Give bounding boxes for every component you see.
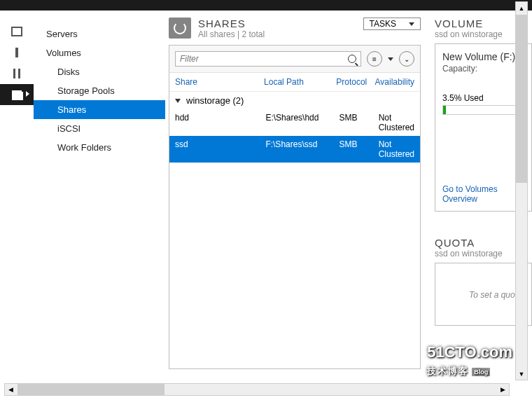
cell-share: ssd xyxy=(175,139,265,159)
cell-avail: Not Clustered xyxy=(379,113,414,132)
rail-local-server[interactable] xyxy=(0,42,34,63)
expand-button[interactable]: ⌄ xyxy=(399,51,414,67)
nav-shares[interactable]: Shares xyxy=(34,100,165,119)
rail-all-servers[interactable] xyxy=(0,63,34,84)
horizontal-scrollbar[interactable]: ◀ ▶ xyxy=(4,383,510,396)
filter-input-wrap xyxy=(175,51,361,67)
nav-storage-pools[interactable]: Storage Pools xyxy=(34,81,165,100)
progress-fill xyxy=(443,106,446,114)
rail-dashboard[interactable] xyxy=(0,21,34,42)
icon-rail xyxy=(0,11,34,373)
chevron-right-icon xyxy=(26,91,29,97)
scroll-down-button[interactable]: ▼ xyxy=(516,368,527,380)
cell-share: hdd xyxy=(175,113,265,132)
cell-protocol: SMB xyxy=(339,113,378,132)
tasks-label: TASKS xyxy=(370,19,396,29)
scroll-right-button[interactable]: ▶ xyxy=(497,384,509,395)
rail-file-services[interactable] xyxy=(0,84,34,105)
used-label: 3.5% Used xyxy=(442,93,524,103)
chevron-down-icon xyxy=(409,22,414,26)
nav-tree: Servers Volumes Disks Storage Pools Shar… xyxy=(34,11,165,373)
content: SHARES All shares | 2 total TASKS ≡ ⌄ xyxy=(165,11,532,373)
shares-title: SHARES xyxy=(198,18,265,29)
main-area: Servers Volumes Disks Storage Pools Shar… xyxy=(0,11,532,373)
col-protocol[interactable]: Protocol xyxy=(336,77,374,87)
col-availability[interactable]: Availability xyxy=(375,77,414,87)
shares-list: ≡ ⌄ Share Local Path Protocol Availabili… xyxy=(169,45,421,369)
col-local-path[interactable]: Local Path xyxy=(264,77,336,87)
chevron-down-icon[interactable] xyxy=(388,57,393,61)
filter-row: ≡ ⌄ xyxy=(169,46,420,73)
cell-avail: Not Clustered xyxy=(379,139,414,159)
volume-name: New Volume (F:) xyxy=(442,51,524,62)
cell-path: E:\Shares\hdd xyxy=(265,113,339,132)
progress-bar xyxy=(442,105,524,115)
col-share[interactable]: Share xyxy=(175,77,264,87)
vertical-scrollbar[interactable]: ▲ ▼ xyxy=(515,1,528,380)
group-row[interactable]: winstorage (2) xyxy=(169,92,420,109)
caret-expanded-icon xyxy=(175,99,181,103)
cell-path: F:\Shares\ssd xyxy=(265,139,339,159)
scroll-thumb[interactable] xyxy=(18,384,164,395)
filter-input[interactable] xyxy=(180,54,348,64)
group-label: winstorage (2) xyxy=(186,95,244,106)
scroll-up-button[interactable]: ▲ xyxy=(516,2,527,14)
scroll-thumb[interactable] xyxy=(516,15,527,183)
search-icon[interactable] xyxy=(348,55,356,63)
view-options-button[interactable]: ≡ xyxy=(367,51,382,67)
column-headers: Share Local Path Protocol Availability xyxy=(169,73,420,92)
cell-protocol: SMB xyxy=(339,139,378,159)
title-bar xyxy=(0,0,532,11)
table-row[interactable]: ssd F:\Shares\ssd SMB Not Clustered xyxy=(169,136,420,163)
tasks-dropdown[interactable]: TASKS xyxy=(363,18,421,30)
nav-iscsi[interactable]: iSCSI xyxy=(34,119,165,138)
nav-volumes[interactable]: Volumes xyxy=(34,43,165,62)
nav-servers[interactable]: Servers xyxy=(34,25,165,43)
table-row[interactable]: hdd E:\Shares\hdd SMB Not Clustered xyxy=(169,109,420,136)
shares-panel: SHARES All shares | 2 total TASKS ≡ ⌄ xyxy=(169,18,421,373)
scroll-left-button[interactable]: ◀ xyxy=(5,384,17,395)
nav-disks[interactable]: Disks xyxy=(34,62,165,81)
shares-subtitle: All shares | 2 total xyxy=(198,29,265,39)
capacity-label: Capacity: xyxy=(442,64,477,74)
nav-work-folders[interactable]: Work Folders xyxy=(34,138,165,157)
shares-icon xyxy=(169,18,191,39)
